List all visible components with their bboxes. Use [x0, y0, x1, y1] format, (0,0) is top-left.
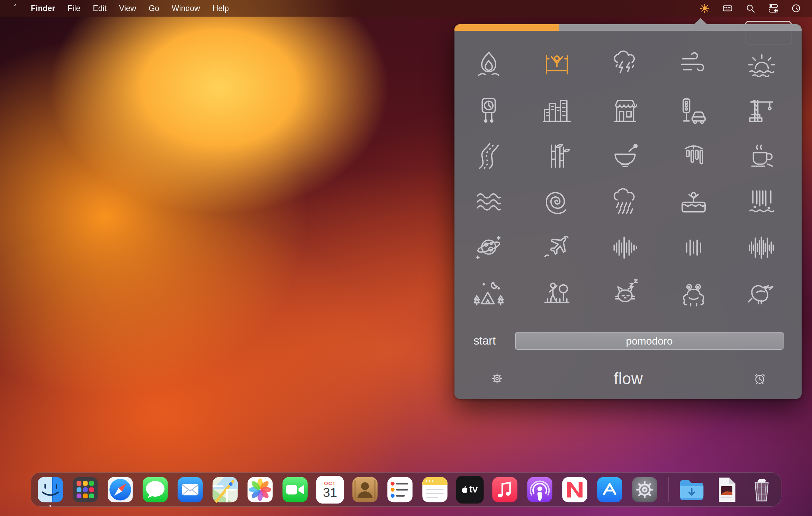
menu-bar: FinderFileEditViewGoWindowHelp — [0, 0, 812, 17]
sound-city[interactable] — [538, 91, 576, 130]
dock-app-store[interactable] — [596, 476, 624, 504]
sound-sleeping-cat[interactable] — [606, 274, 644, 312]
bamboo-icon — [541, 140, 573, 172]
clock-icon[interactable] — [791, 3, 802, 14]
sound-sunrise[interactable] — [743, 46, 781, 84]
brown-noise-icon — [746, 232, 778, 264]
alarm-clock-icon[interactable] — [752, 371, 768, 386]
calendar-day: 31 — [323, 486, 337, 500]
sound-airplane[interactable] — [538, 229, 576, 267]
sound-wind-chimes[interactable] — [675, 137, 713, 175]
dock-maps[interactable] — [211, 476, 239, 504]
country-road-icon — [473, 140, 505, 172]
mail-icon — [177, 476, 204, 504]
sound-bamboo[interactable] — [538, 137, 576, 175]
menu-go[interactable]: Go — [148, 4, 159, 13]
garden-icon — [541, 277, 573, 309]
sound-street-cafe[interactable] — [606, 91, 644, 130]
rain-icon — [609, 186, 641, 218]
menu-finder[interactable]: Finder — [31, 4, 55, 13]
sunrise-icon — [746, 49, 778, 81]
dock-news[interactable] — [561, 476, 589, 504]
facetime-icon — [281, 476, 309, 504]
dock-launchpad[interactable] — [72, 476, 99, 504]
session-progress-fill — [454, 24, 559, 31]
sound-traffic[interactable] — [675, 91, 713, 130]
dock-reminders[interactable] — [386, 476, 414, 504]
trash-icon — [748, 476, 776, 504]
control-center-icon[interactable] — [768, 3, 779, 14]
sound-waves[interactable] — [470, 183, 508, 221]
swimming-icon — [678, 186, 710, 218]
menu-bar-status-area — [699, 3, 802, 14]
sound-wind[interactable] — [675, 46, 713, 84]
sound-pendulum-clock[interactable] — [470, 91, 508, 130]
menu-help[interactable]: Help — [213, 4, 229, 13]
sound-swimming[interactable] — [675, 183, 713, 221]
app-title: flow — [614, 369, 643, 388]
sound-planet[interactable] — [470, 229, 508, 267]
sound-construction-crane[interactable] — [743, 91, 781, 130]
timer-row: start pomodoro — [454, 332, 802, 350]
sound-white-noise[interactable] — [606, 229, 644, 267]
sound-pink-noise[interactable] — [675, 229, 713, 267]
reminders-icon — [386, 476, 414, 504]
system-settings-icon — [631, 476, 659, 504]
pomodoro-timer-button[interactable]: pomodoro — [515, 332, 784, 350]
construction-crane-icon — [746, 95, 778, 126]
session-progress-bar — [454, 24, 802, 31]
safari-icon — [107, 476, 134, 504]
menu-edit[interactable]: Edit — [93, 4, 107, 13]
apple-menu[interactable] — [10, 4, 18, 13]
sound-vortex[interactable] — [538, 183, 576, 221]
dock-calendar[interactable]: OCT31 — [316, 476, 344, 504]
sound-coffee[interactable] — [743, 137, 781, 175]
sound-campfire[interactable] — [470, 46, 508, 84]
settings-gear-icon[interactable] — [489, 371, 505, 386]
dock-contacts[interactable] — [351, 476, 379, 504]
app-menus: FinderFileEditViewGoWindowHelp — [31, 4, 229, 13]
dock-music[interactable] — [491, 476, 519, 504]
sound-thunderstorm[interactable] — [606, 46, 644, 84]
dock-safari[interactable] — [107, 476, 134, 504]
sound-camping[interactable] — [470, 274, 508, 312]
keyboard-icon[interactable] — [722, 3, 733, 14]
sound-singing-bowl[interactable] — [606, 137, 644, 175]
waves-icon — [473, 186, 505, 218]
menu-view[interactable]: View — [119, 4, 136, 13]
flow-sun-icon[interactable] — [699, 3, 710, 14]
dock-document[interactable] — [713, 476, 741, 504]
dock-mail[interactable] — [177, 476, 204, 504]
sound-country-road[interactable] — [470, 137, 508, 175]
sound-morning-stretch[interactable] — [538, 46, 576, 84]
sound-garden[interactable] — [538, 274, 576, 312]
sound-waterfall[interactable] — [743, 183, 781, 221]
spotlight-search-icon[interactable] — [745, 3, 756, 14]
sound-brown-noise[interactable] — [743, 229, 781, 267]
sound-frog[interactable] — [675, 274, 713, 312]
dock-trash[interactable] — [748, 476, 776, 504]
news-icon — [561, 476, 589, 504]
finder-icon — [37, 476, 64, 504]
dock-podcasts[interactable] — [526, 476, 554, 504]
ambient-sound-grid — [454, 42, 796, 316]
camping-icon — [473, 277, 505, 309]
sound-songbird[interactable] — [743, 274, 781, 312]
dock-finder[interactable] — [37, 476, 64, 504]
menu-window[interactable]: Window — [172, 4, 200, 13]
dock-messages[interactable] — [142, 476, 169, 504]
dock-system-settings[interactable] — [631, 476, 659, 504]
menu-file[interactable]: File — [67, 4, 80, 13]
dock-photos[interactable] — [246, 476, 274, 504]
dock-notes[interactable] — [421, 476, 449, 504]
calendar-icon: OCT31 — [316, 476, 344, 504]
dock-facetime[interactable] — [281, 476, 309, 504]
dock-downloads-folder[interactable] — [678, 476, 706, 504]
dock-apple-tv[interactable]: tv — [456, 476, 484, 504]
music-icon — [491, 476, 519, 504]
photos-icon — [246, 476, 274, 504]
apple-tv-label: tv — [469, 484, 478, 495]
sound-rain[interactable] — [606, 183, 644, 221]
street-cafe-icon — [609, 95, 641, 126]
morning-stretch-icon — [541, 49, 573, 81]
